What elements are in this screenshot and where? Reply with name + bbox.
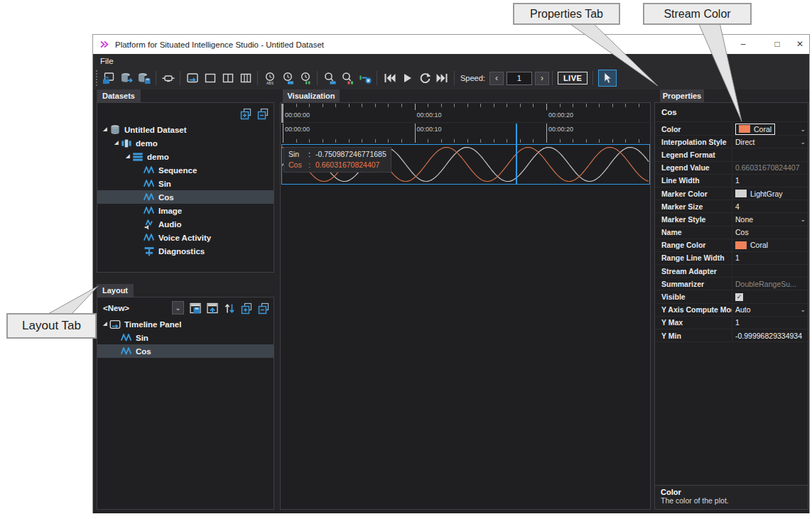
expander-icon[interactable]: ◢: [102, 321, 109, 327]
tab-visualization[interactable]: Visualization: [283, 89, 340, 102]
timeline-ruler[interactable]: 00:00:0000:00:1000:00:20: [281, 124, 649, 143]
maximize-button[interactable]: □: [767, 35, 788, 54]
timeline-plot-panel[interactable]: Sin:-0.750987246771685Cos:0.660316708244…: [281, 144, 650, 185]
tab-properties[interactable]: Properties: [660, 89, 704, 102]
property-label-legend-format: Legend Format: [655, 151, 732, 159]
tree-item-demo[interactable]: ◢demo: [97, 150, 274, 163]
tree-item-cos[interactable]: Cos: [97, 190, 274, 204]
speed-input[interactable]: 1: [507, 72, 532, 85]
panel-1col-icon[interactable]: [201, 69, 219, 87]
property-value-interpolation-style[interactable]: Direct⌄: [732, 136, 808, 148]
ruler-major-tick: [415, 104, 416, 110]
chevron-down-icon[interactable]: ⌄: [800, 213, 806, 225]
clear-selection-icon[interactable]: [356, 69, 374, 87]
tree-item-demo[interactable]: ◢demo: [97, 136, 274, 150]
tree-item-untitled-dataset[interactable]: ◢Untitled Dataset: [97, 123, 274, 136]
expander-icon[interactable]: ◢: [124, 153, 131, 159]
property-row-range-color: Range ColorCoral: [655, 239, 808, 252]
load-layout-button[interactable]: [205, 300, 220, 315]
speed-increase-button[interactable]: ›: [535, 72, 549, 85]
timeline-panel-icon: [109, 317, 121, 332]
layout-selector-dropdown-button[interactable]: ⌄: [172, 301, 184, 315]
clock-absolute-icon[interactable]: ABS: [261, 69, 278, 87]
property-value-y-axis-compute-mode[interactable]: Auto⌄: [732, 304, 808, 316]
video-connector-icon[interactable]: [159, 69, 177, 87]
expand-all-button[interactable]: [238, 106, 253, 121]
property-value-legend-format[interactable]: [732, 148, 808, 160]
skip-end-icon[interactable]: [433, 69, 451, 87]
live-button[interactable]: LIVE: [558, 72, 588, 84]
layout-tree: ◢Timeline PanelSinCos: [97, 317, 274, 358]
tab-datasets[interactable]: Datasets: [97, 89, 141, 102]
repeat-icon[interactable]: [416, 69, 433, 87]
tree-item-image[interactable]: Image: [97, 204, 274, 217]
open-store-icon[interactable]: [117, 69, 135, 87]
value-text: 1: [735, 318, 740, 327]
panel-2col-icon[interactable]: [219, 69, 237, 87]
speed-decrease-button[interactable]: ‹: [489, 72, 504, 85]
skip-start-icon[interactable]: [380, 69, 398, 87]
property-value-summarizer[interactable]: DoubleRangeSu...: [732, 278, 808, 290]
close-button[interactable]: ✕: [789, 35, 811, 54]
chevron-down-icon[interactable]: ⌄: [800, 136, 806, 148]
toolbar-grip-handle[interactable]: [95, 70, 98, 86]
property-value-y-max[interactable]: 1: [732, 317, 808, 329]
property-value-range-color[interactable]: Coral: [732, 239, 808, 251]
property-value-range-line-width[interactable]: 1: [732, 252, 808, 264]
collapse-all-button[interactable]: [256, 300, 271, 315]
tree-item-diagnostics[interactable]: Diagnostics: [97, 244, 274, 258]
property-label-y-min: Y Min: [655, 332, 732, 340]
readonly-value-text: 0.66031670824407: [735, 163, 800, 172]
tab-layout[interactable]: Layout: [97, 284, 134, 297]
property-value-legend-value[interactable]: 0.66031670824407: [732, 162, 808, 174]
tree-item-sin[interactable]: Sin: [97, 331, 274, 344]
sort-updown-button[interactable]: [222, 300, 237, 315]
ruler-time-label: 00:00:10: [417, 126, 442, 133]
tree-item-audio[interactable]: Audio: [97, 217, 274, 231]
chevron-down-icon[interactable]: ⌄: [800, 123, 806, 135]
tree-item-cos[interactable]: Cos: [97, 344, 274, 358]
minimize-button[interactable]: –: [732, 35, 754, 54]
tree-item-timeline-panel[interactable]: ◢Timeline Panel: [97, 317, 274, 331]
property-row-interpolation-style: Interpolation StyleDirect⌄: [655, 136, 808, 148]
color-value-box[interactable]: Coral: [735, 124, 775, 135]
visible-checkbox[interactable]: ✓: [735, 293, 743, 301]
property-value-visible[interactable]: ✓: [732, 290, 808, 302]
property-value-color[interactable]: Coral⌄: [732, 123, 808, 135]
timeline-cursor[interactable]: [516, 124, 517, 185]
tree-item-voice-activity[interactable]: Voice Activity: [97, 231, 274, 244]
pointer-tool-button[interactable]: [598, 70, 617, 87]
property-row-summarizer: SummarizerDoubleRangeSu...: [655, 278, 808, 290]
new-dataset-icon[interactable]: [99, 69, 117, 87]
expander-icon[interactable]: ◢: [102, 126, 109, 132]
property-value-y-min[interactable]: -0.99996829334934: [732, 329, 808, 342]
property-value-name[interactable]: Cos: [732, 226, 808, 239]
property-value-marker-color[interactable]: LightGray: [732, 187, 808, 200]
zoom-selection-icon[interactable]: [338, 69, 356, 87]
expander-icon[interactable]: ◢: [113, 140, 120, 146]
save-layout-button[interactable]: [188, 300, 202, 315]
menu-file[interactable]: File: [100, 55, 114, 67]
expand-all-button[interactable]: [239, 300, 254, 315]
ruler-minor-tick: [520, 139, 521, 143]
property-value-line-width[interactable]: 1: [732, 175, 808, 187]
collapse-all-button[interactable]: [255, 106, 270, 121]
callout-layout-tab-label: Layout Tab: [22, 319, 81, 333]
clock-selection-icon[interactable]: [296, 69, 314, 87]
zoom-session-icon[interactable]: [320, 69, 338, 87]
clock-session-icon[interactable]: [278, 69, 296, 87]
panel-3col-icon[interactable]: [237, 69, 254, 87]
insert-timeline-panel-icon[interactable]: [183, 69, 201, 87]
property-value-stream-adapter[interactable]: [732, 265, 808, 277]
tree-item-sin[interactable]: Sin: [97, 177, 274, 190]
property-label-summarizer: Summarizer: [655, 280, 732, 288]
value-text: Cos: [735, 228, 749, 236]
tree-item-sequence[interactable]: Sequence: [97, 163, 274, 177]
save-store-icon[interactable]: [135, 69, 153, 87]
layout-selector[interactable]: <New>: [103, 304, 172, 312]
property-value-marker-size[interactable]: 4: [732, 200, 808, 212]
play-icon[interactable]: [398, 69, 416, 87]
session-navigator-ruler[interactable]: 00:00:0000:00:1000:00:20: [281, 104, 649, 123]
chevron-down-icon[interactable]: ⌄: [800, 304, 806, 316]
property-value-marker-style[interactable]: None⌄: [732, 213, 808, 225]
